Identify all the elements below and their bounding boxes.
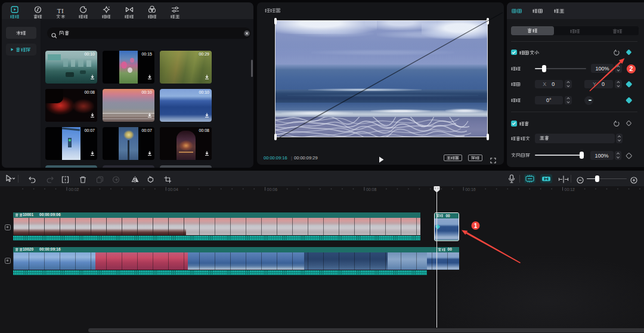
- svg-text:2: 2: [630, 65, 633, 72]
- svg-text:1: 1: [474, 223, 478, 229]
